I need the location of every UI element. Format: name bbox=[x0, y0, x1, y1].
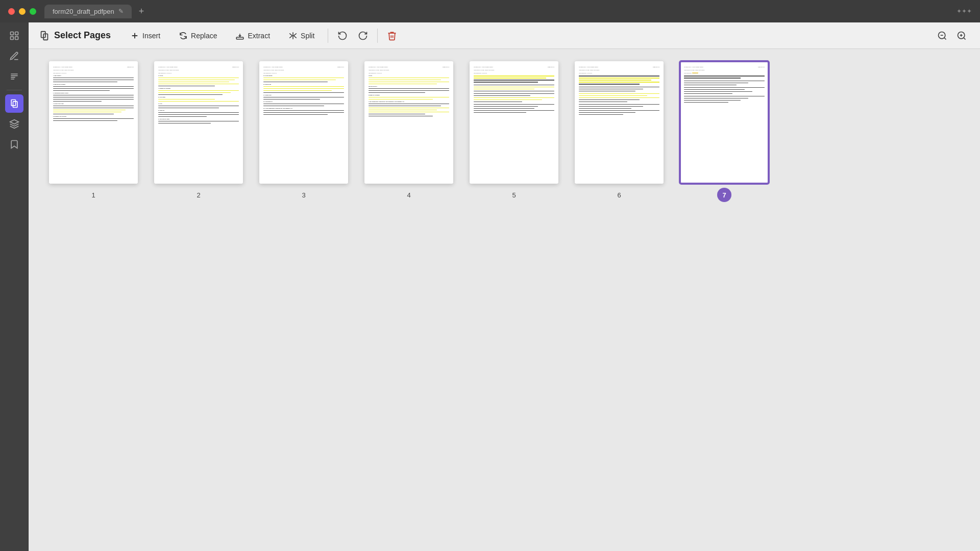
zoom-in-button[interactable] bbox=[953, 28, 970, 44]
list-item[interactable]: SCHEDULE F - (ENLARGED PRINT) Page 80 of… bbox=[259, 61, 348, 202]
page-preview-7: SCHEDULE F - (ENLARGED PRINT) Page 80 of… bbox=[681, 62, 768, 183]
page-number-5: 5 bbox=[507, 188, 521, 202]
svg-line-14 bbox=[964, 37, 966, 39]
svg-rect-1 bbox=[15, 32, 18, 35]
window-controls bbox=[8, 8, 36, 15]
replace-icon bbox=[179, 31, 188, 40]
split-label: Split bbox=[301, 32, 314, 40]
trash-icon bbox=[387, 31, 397, 41]
rotate-left-button[interactable] bbox=[334, 28, 351, 44]
pages-panel-icon bbox=[9, 98, 19, 109]
page-title: Select Pages bbox=[54, 30, 111, 41]
svg-rect-2 bbox=[10, 37, 13, 40]
toolbar: Select Pages Insert Replace bbox=[29, 22, 980, 49]
svg-rect-5 bbox=[13, 102, 17, 108]
page-thumbnail-6[interactable]: SCHEDULE F - (ENLARGED PRINT) Page 80 of… bbox=[575, 61, 664, 184]
close-button[interactable] bbox=[8, 8, 15, 15]
page-number-1: 1 bbox=[86, 188, 101, 202]
list-item[interactable]: SCHEDULE F - (ENLARGED PRINT) Page 80 of… bbox=[575, 61, 664, 202]
layers-icon bbox=[9, 119, 19, 129]
page-content-area[interactable]: SCHEDULE F - (ENLARGED PRINT) Page 80 of… bbox=[29, 49, 980, 551]
page-preview-4: SCHEDULE F - (ENLARGED PRINT) Page 80 of… bbox=[365, 62, 452, 183]
insert-icon bbox=[130, 31, 139, 40]
page-thumbnail-5[interactable]: SCHEDULE F - (ENLARGED PRINT) Page 80 of… bbox=[470, 61, 558, 184]
insert-label: Insert bbox=[142, 32, 160, 40]
page-number-2: 2 bbox=[191, 188, 206, 202]
list-item[interactable]: SCHEDULE F - (ENLARGED PRINT) Page 80 of… bbox=[364, 61, 453, 202]
toolbar-title-area: Select Pages bbox=[39, 30, 111, 41]
page-thumbnail-7[interactable]: SCHEDULE F - (ENLARGED PRINT) Page 80 of… bbox=[680, 61, 769, 184]
tab-title: form20_draft_pdfpen bbox=[53, 8, 114, 15]
page-thumbnail-1[interactable]: SCHEDULE F - (ENLARGED PRINT) Page 80 of… bbox=[49, 61, 138, 184]
tab-area: form20_draft_pdfpen ✎ + bbox=[44, 4, 148, 19]
thumbnails-icon bbox=[9, 31, 19, 41]
page-number-4: 4 bbox=[402, 188, 416, 202]
list-item[interactable]: SCHEDULE F - (ENLARGED PRINT) Page 80 of… bbox=[49, 61, 138, 202]
sidebar-item-pen[interactable] bbox=[5, 47, 23, 65]
page-grid: SCHEDULE F - (ENLARGED PRINT) Page 80 of… bbox=[49, 61, 960, 202]
page-thumbnail-4[interactable]: SCHEDULE F - (ENLARGED PRINT) Page 80 of… bbox=[364, 61, 453, 184]
rotate-right-button[interactable] bbox=[355, 28, 371, 44]
sidebar-separator-1 bbox=[7, 90, 22, 90]
insert-button[interactable]: Insert bbox=[123, 28, 167, 43]
page-preview-6: SCHEDULE F - (ENLARGED PRINT) Page 80 of… bbox=[576, 62, 663, 183]
toolbar-right bbox=[934, 28, 970, 44]
app-body: Select Pages Insert Replace bbox=[0, 22, 980, 551]
extract-label: Extract bbox=[248, 32, 270, 40]
page-preview-3: SCHEDULE F - (ENLARGED PRINT) Page 80 of… bbox=[260, 62, 347, 183]
page-thumbnail-2[interactable]: SCHEDULE F - (ENLARGED PRINT) Page 80 of… bbox=[154, 61, 243, 184]
minimize-button[interactable] bbox=[19, 8, 26, 15]
page-number-7: 7 bbox=[717, 188, 731, 202]
rotate-right-icon bbox=[358, 31, 368, 41]
pen-icon bbox=[9, 51, 19, 61]
sidebar bbox=[0, 22, 29, 551]
zoom-out-button[interactable] bbox=[934, 28, 950, 44]
toolbar-separator-1 bbox=[328, 29, 328, 43]
replace-button[interactable]: Replace bbox=[172, 28, 224, 43]
titlebar: form20_draft_pdfpen ✎ + ✦✦✦ bbox=[0, 0, 980, 22]
toolbar-separator-2 bbox=[377, 29, 378, 43]
page-preview-1: SCHEDULE F - (ENLARGED PRINT) Page 80 of… bbox=[50, 62, 137, 183]
sidebar-item-pages[interactable] bbox=[5, 94, 23, 113]
split-icon bbox=[288, 31, 298, 40]
main-panel: Select Pages Insert Replace bbox=[29, 22, 980, 551]
rotate-left-icon bbox=[337, 31, 348, 41]
bookmarks-icon bbox=[9, 139, 19, 149]
extract-button[interactable]: Extract bbox=[228, 28, 277, 43]
sidebar-item-layers[interactable] bbox=[5, 115, 23, 133]
zoom-out-icon bbox=[937, 31, 947, 41]
delete-button[interactable] bbox=[384, 28, 400, 44]
select-pages-icon bbox=[39, 30, 50, 41]
add-tab-button[interactable]: + bbox=[135, 4, 149, 19]
page-number-6: 6 bbox=[612, 188, 626, 202]
list-item[interactable]: SCHEDULE F - (ENLARGED PRINT) Page 80 of… bbox=[470, 61, 558, 202]
markup-icon bbox=[9, 71, 19, 82]
page-preview-5: SCHEDULE F - (ENLARGED PRINT) Page 80 of… bbox=[471, 62, 557, 183]
page-thumbnail-3[interactable]: SCHEDULE F - (ENLARGED PRINT) Page 80 of… bbox=[259, 61, 348, 184]
app-logo: ✦✦✦ bbox=[957, 8, 972, 15]
split-button[interactable]: Split bbox=[281, 28, 322, 43]
svg-line-11 bbox=[944, 37, 946, 39]
edit-icon: ✎ bbox=[118, 8, 124, 15]
list-item[interactable]: SCHEDULE F - (ENLARGED PRINT) Page 80 of… bbox=[154, 61, 243, 202]
svg-rect-8 bbox=[237, 37, 244, 39]
page-preview-2: SCHEDULE F - (ENLARGED PRINT) Page 80 of… bbox=[155, 62, 242, 183]
sidebar-item-markup[interactable] bbox=[5, 67, 23, 86]
zoom-in-icon bbox=[957, 31, 967, 41]
extract-icon bbox=[235, 31, 244, 40]
svg-rect-3 bbox=[15, 37, 18, 40]
svg-rect-0 bbox=[10, 32, 13, 35]
maximize-button[interactable] bbox=[30, 8, 36, 15]
sidebar-item-thumbnails[interactable] bbox=[5, 27, 23, 45]
replace-label: Replace bbox=[191, 32, 217, 40]
sidebar-item-bookmarks[interactable] bbox=[5, 135, 23, 154]
active-tab[interactable]: form20_draft_pdfpen ✎ bbox=[44, 5, 132, 18]
list-item[interactable]: SCHEDULE F - (ENLARGED PRINT) Page 80 of… bbox=[680, 61, 769, 202]
page-number-3: 3 bbox=[297, 188, 311, 202]
